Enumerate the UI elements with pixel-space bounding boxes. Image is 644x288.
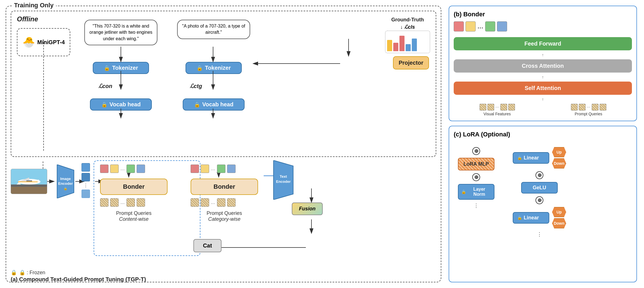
svg-text:Image: Image [60, 177, 71, 181]
lora-diagram: (c) LoRA (Optional) ⊕ LoRA MLP ⊕ 🔒 Laye [449, 126, 637, 282]
up-box-bottom: Up [552, 207, 566, 217]
offline-label: Offline [17, 15, 38, 23]
lora-title: (c) LoRA (Optional) [454, 131, 632, 138]
svg-text:Text: Text [280, 174, 287, 179]
cross-attention-layer: Cross Attention [454, 59, 632, 73]
svg-rect-14 [11, 184, 47, 187]
up-box-top: Up [552, 147, 566, 157]
minigpt-box: 🐣 MiniGPT-4 [17, 28, 70, 56]
image-encoder: Image Encoder 🔒 [54, 165, 77, 199]
content-prompt-squares: … [100, 198, 145, 207]
tokenizer-left: 🔒 Tokenizer [93, 62, 149, 74]
category-bonder-label: Bonder [214, 183, 235, 190]
fusion-box: Fusion [292, 202, 323, 215]
text-box-left-content: "This 707-320 is a white and orange jetl… [89, 24, 152, 41]
vocab-head-right: 🔒 Vocab head [183, 98, 245, 111]
bar-chart [385, 31, 430, 53]
tokenizer-right-label: Tokenizer [205, 65, 231, 71]
tokenizer-right: 🔒 Tokenizer [186, 62, 242, 74]
frozen-label: 🔒 🔒 : Frozen [11, 269, 45, 276]
bsq-green [485, 21, 495, 32]
main-container: Training Only Offline 🐣 MiniGPT-4 "This … [0, 0, 644, 288]
svg-rect-13 [11, 186, 47, 194]
linear-top-box: 🔒 Linear [513, 152, 549, 164]
prompt-queries-label-b: Prompt Queries [545, 112, 632, 116]
bsq-yellow [466, 21, 476, 32]
image-encoder-shape: Image Encoder 🔒 [54, 165, 77, 198]
cat-box: Cat [193, 239, 222, 252]
feature-squares: ⋮ [82, 163, 90, 198]
content-squares-row: … [100, 165, 145, 173]
bsq-dots: … [477, 23, 483, 30]
self-attention-layer: Self Attention [454, 82, 632, 95]
bsq-red [454, 21, 464, 32]
content-bonder: Bonder [100, 179, 168, 195]
image-placeholder [11, 169, 47, 194]
training-only-label: Training Only [12, 2, 56, 9]
text-box-right: "A photo of a 707-320, a type of aircraf… [177, 20, 250, 39]
svg-rect-20 [18, 181, 38, 182]
vocab-head-left-label: Vocab head [110, 101, 141, 108]
projector-box: Projector [393, 56, 429, 69]
lora-mlp-box: LoRA MLP [458, 158, 494, 170]
loss-cls-label: ℒcls [404, 24, 415, 30]
loss-con: ℒcon [98, 83, 112, 89]
layer-norm-box: 🔒 Layer Norm [458, 184, 494, 200]
svg-text:Encoder: Encoder [58, 181, 73, 186]
content-bonder-label: Bonder [123, 183, 145, 190]
plus-circle-right-top: ⊕ [535, 171, 543, 179]
ground-truth-section: Ground-Truth ↓ ℒcls [385, 17, 430, 53]
minigpt-emoji: 🐣 [22, 36, 35, 48]
projector-label: Projector [399, 60, 423, 66]
text-encoder-shape: Text Encoder [269, 160, 297, 200]
tokenizer-left-label: Tokenizer [112, 65, 138, 71]
bonder-top-squares: … [454, 21, 632, 32]
content-wise-label: Prompt Queries Content-wise [100, 210, 168, 222]
text-box-left: "This 707-320 is a white and orange jetl… [84, 20, 157, 45]
feed-forward-layer: Feed Forward [454, 37, 632, 50]
caption-label: (a) Compound Text-Guided Prompt Tuning (… [11, 276, 146, 283]
category-wise-label: Prompt Queries Category-wise [191, 210, 258, 222]
vocab-head-left: 🔒 Vocab head [90, 98, 152, 111]
offline-panel: Offline 🐣 MiniGPT-4 "This 707-320 is a w… [11, 11, 436, 157]
right-panel: (b) Bonder … Feed Forward ↑ Cross Attent… [446, 6, 637, 282]
category-bonder: Bonder [191, 179, 258, 195]
left-panel: Training Only Offline 🐣 MiniGPT-4 "This … [6, 6, 441, 282]
category-prompt-squares: … [191, 198, 236, 207]
gelu-box: GeLU [521, 182, 558, 194]
bonder-diagram: (b) Bonder … Feed Forward ↑ Cross Attent… [449, 6, 637, 121]
svg-text:🔒: 🔒 [64, 186, 67, 190]
vocab-head-right-label: Vocab head [202, 101, 234, 108]
text-box-right-content: "A photo of a 707-320, a type of aircraf… [182, 24, 245, 35]
down-box-top: Down [552, 158, 566, 168]
down-box-bottom: Down [552, 218, 566, 228]
minigpt-label: MiniGPT-4 [37, 39, 65, 46]
plus-circle-bottom: ⊕ [472, 173, 480, 181]
frozen-text: 🔒 : Frozen [19, 269, 45, 276]
bsq-blue [497, 21, 507, 32]
text-encoder: Text Encoder [269, 160, 297, 201]
visual-features-label: Visual Features [454, 112, 541, 116]
frozen-icon: 🔒 [11, 269, 17, 276]
svg-text:Encoder: Encoder [276, 179, 291, 184]
ground-truth-label: Ground-Truth [385, 17, 430, 23]
plus-circle-right-bottom: ⊕ [535, 196, 543, 204]
category-squares-row: … [191, 165, 236, 173]
bonder-title: (b) Bonder [454, 11, 632, 18]
plus-circle-top: ⊕ [472, 147, 480, 155]
fusion-label: Fusion [299, 206, 316, 212]
cat-label: Cat [203, 242, 212, 249]
content-wise-border [94, 160, 200, 256]
loss-ctg: ℒctg [190, 83, 202, 89]
bottom-section: Image Encoder 🔒 ⋮ … [11, 160, 436, 284]
linear-bottom-box: 🔒 Linear [513, 212, 549, 224]
